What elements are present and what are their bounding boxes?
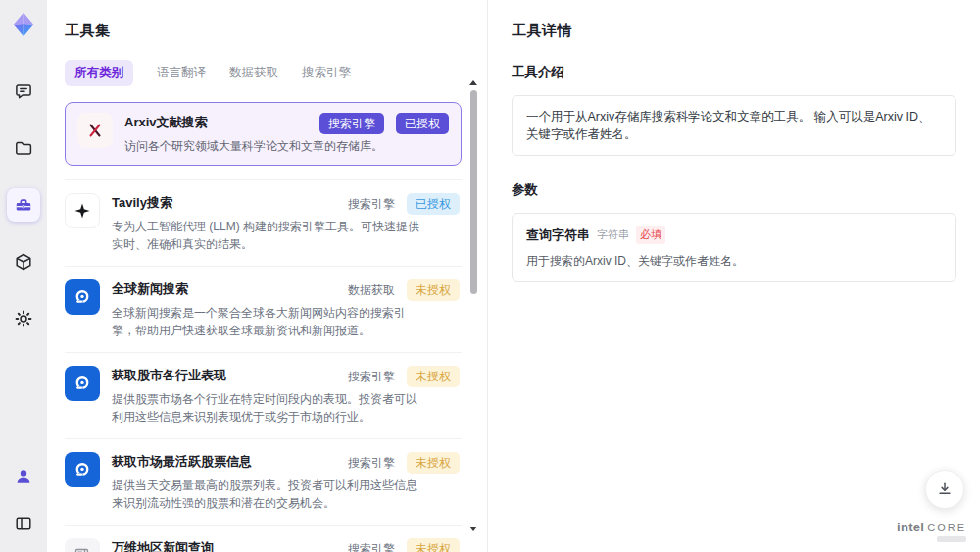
- sidebar-bottom: [7, 460, 40, 540]
- gear-icon[interactable]: [7, 302, 40, 335]
- tool-card[interactable]: 获取市场最活跃股票信息 搜索引擎 未授权 提供当天交易量最高的股票列表。投资者可…: [65, 439, 462, 526]
- intel-wordmark: intel: [897, 520, 924, 534]
- params-heading: 参数: [512, 181, 956, 199]
- param-type: 字符串: [597, 227, 629, 242]
- intro-box: 一个用于从Arxiv存储库搜索科学论文和文章的工具。 输入可以是Arxiv ID…: [512, 95, 956, 156]
- category-label: 搜索引擎: [348, 196, 395, 213]
- tool-name: 获取股市各行业表现: [112, 366, 226, 385]
- auth-status-badge: 未授权: [407, 452, 460, 474]
- tool-description: 提供股票市场各个行业在特定时间段内的表现。投资者可以利用这些信息来识别表现优于或…: [112, 390, 423, 426]
- download-button[interactable]: [925, 470, 964, 509]
- user-icon[interactable]: [7, 460, 40, 493]
- tool-description: 专为人工智能代理 (LLM) 构建的搜索引擎工具。可快速提供实时、准确和真实的结…: [112, 218, 423, 253]
- tool-card[interactable]: Tavily搜索 搜索引擎 已授权 专为人工智能代理 (LLM) 构建的搜索引擎…: [65, 180, 462, 267]
- blue-news-app-icon: [65, 452, 100, 487]
- app-window: 工具集 所有类别 语言翻译 数据获取 搜索引擎 Arxiv文献搜索 搜索引擎: [0, 0, 980, 552]
- category-label: 搜索引擎: [348, 455, 395, 472]
- auth-status-badge: 已授权: [407, 193, 460, 215]
- tool-card-selected[interactable]: Arxiv文献搜索 搜索引擎 已授权 访问各个研究领域大量科学论文和文章的存储库…: [65, 102, 462, 166]
- tool-description: 访问各个研究领域大量科学论文和文章的存储库。: [124, 137, 436, 155]
- auth-status-badge: 未授权: [407, 279, 460, 301]
- intel-logo-bar: [937, 536, 966, 542]
- auth-status-badge: 已授权: [396, 113, 449, 134]
- core-wordmark: core: [927, 522, 966, 533]
- intel-core-logo: intel core: [897, 520, 966, 542]
- tool-name: Arxiv文献搜索: [124, 113, 208, 132]
- auth-status-badge: 未授权: [407, 366, 460, 387]
- tool-name: 万维地区新闻查询: [112, 538, 214, 552]
- sidebar-nav: [7, 75, 40, 335]
- chat-icon[interactable]: [7, 75, 40, 108]
- tab-language-translation[interactable]: 语言翻译: [157, 60, 206, 86]
- tool-card[interactable]: 获取股市各行业表现 搜索引擎 未授权 提供股票市场各个行业在特定时间段内的表现。…: [65, 353, 462, 439]
- param-required-badge: 必填: [636, 226, 665, 244]
- tool-name: 全球新闻搜索: [112, 279, 188, 299]
- sidebar: [0, 0, 47, 552]
- scroll-down-icon[interactable]: [469, 527, 477, 531]
- tool-description: 提供当天交易量最高的股票列表。投资者可以利用这些信息来识别流动性强的股票和潜在的…: [112, 477, 423, 512]
- param-box: 查询字符串 字符串 必填 用于搜索的Arxiv ID、关键字或作者姓名。: [512, 213, 956, 282]
- intro-text: 一个用于从Arxiv存储库搜索科学论文和文章的工具。 输入可以是Arxiv ID…: [526, 108, 942, 143]
- tool-rows: Tavily搜索 搜索引擎 已授权 专为人工智能代理 (LLM) 构建的搜索引擎…: [65, 179, 462, 552]
- tool-card[interactable]: 全球新闻搜索 数据获取 未授权 全球新闻搜索是一个聚合全球各大新闻网站内容的搜索…: [65, 267, 462, 353]
- newspaper-icon: [65, 538, 100, 552]
- tab-all-categories[interactable]: 所有类别: [65, 60, 133, 86]
- arxiv-x-icon: [77, 113, 113, 148]
- scrollbar-thumb[interactable]: [470, 90, 477, 294]
- cube-icon[interactable]: [7, 245, 40, 278]
- toolbox-icon[interactable]: [7, 188, 40, 222]
- tab-search-engine[interactable]: 搜索引擎: [302, 60, 351, 86]
- blue-news-app-icon: [65, 366, 100, 401]
- folder-icon[interactable]: [7, 131, 40, 165]
- tool-list-panel: 工具集 所有类别 语言翻译 数据获取 搜索引擎 Arxiv文献搜索 搜索引擎: [47, 0, 487, 552]
- category-label: 搜索引擎: [348, 369, 395, 385]
- sparkle-icon: [65, 193, 100, 228]
- param-name: 查询字符串: [526, 226, 590, 244]
- list-scrollbar[interactable]: [470, 86, 477, 529]
- detail-title: 工具详情: [512, 22, 956, 40]
- category-label: 数据获取: [348, 282, 395, 299]
- category-tabs: 所有类别 语言翻译 数据获取 搜索引擎: [65, 60, 462, 86]
- tool-description: 全球新闻搜索是一个聚合全球各大新闻网站内容的搜索引擎，帮助用户快速获取全球最新资…: [112, 304, 423, 339]
- category-badge: 搜索引擎: [319, 113, 384, 134]
- category-label: 搜索引擎: [348, 541, 395, 552]
- tool-name: Tavily搜索: [112, 193, 172, 213]
- app-logo-icon: [7, 8, 40, 41]
- param-description: 用于搜索的Arxiv ID、关键字或作者姓名。: [526, 253, 942, 270]
- intro-heading: 工具介绍: [512, 64, 956, 81]
- auth-status-badge: 未授权: [407, 538, 460, 552]
- tool-name: 获取市场最活跃股票信息: [112, 452, 252, 472]
- tab-data-acquisition[interactable]: 数据获取: [229, 60, 278, 86]
- tool-card[interactable]: 万维地区新闻查询 搜索引擎 未授权 查询具体行政区划内的新闻，快速了解各地新闻动: [65, 526, 462, 552]
- scroll-up-icon[interactable]: [469, 80, 477, 85]
- page-title: 工具集: [65, 22, 462, 40]
- panel-layout-icon[interactable]: [7, 507, 40, 540]
- blue-news-app-icon: [65, 279, 100, 315]
- tool-detail-panel: 工具详情 工具介绍 一个用于从Arxiv存储库搜索科学论文和文章的工具。 输入可…: [487, 0, 980, 552]
